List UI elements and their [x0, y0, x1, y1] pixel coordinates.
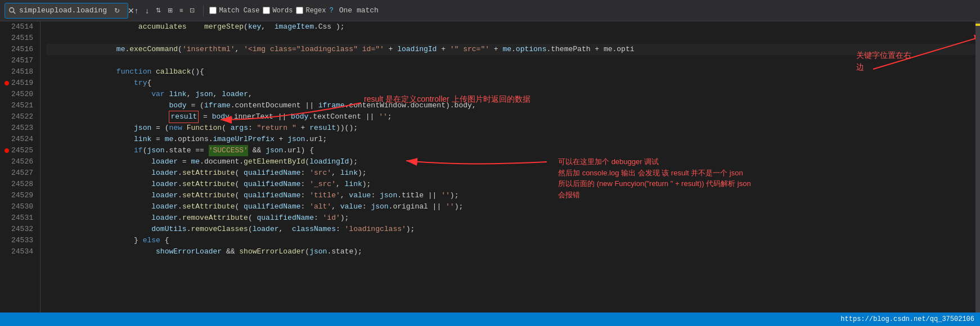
funnel-button[interactable]: ⊡ [187, 6, 197, 15]
regex-checkbox[interactable] [296, 7, 303, 14]
code-line-24527: loader.setAttribute( qualifiedName: 'src… [46, 167, 980, 179]
code-line-24520: var link, json, loader, [46, 89, 980, 100]
regex-option: Regex ? [296, 7, 333, 15]
search-nav-buttons: ↑ ↓ ⇅ ⊞ ≡ ⊡ [132, 5, 197, 16]
ln-24526: 24526 [5, 156, 33, 167]
breakpoint-24525 [5, 148, 9, 153]
ln-24530: 24530 [5, 201, 33, 212]
code-line-24533: } else { [46, 235, 980, 246]
search-input[interactable] [19, 6, 109, 15]
ln-24518: 24518 [5, 66, 33, 78]
code-content[interactable]: accumulates mergeStep(key, imageItem.Css… [41, 21, 980, 313]
ln-24525: 24525 [5, 145, 33, 156]
ln-24520: 24520 [5, 89, 33, 100]
ln-24517: 24517 [5, 55, 33, 66]
code-line-24532: domUtils.removeClasses(loader, className… [46, 224, 980, 235]
code-line-24521: body = (iframe.contentDocument || iframe… [46, 100, 980, 111]
code-area: 24514 24515 24516 24517 24518 24519 2452… [0, 21, 980, 313]
svg-line-1 [14, 11, 16, 13]
line-numbers: 24514 24515 24516 24517 24518 24519 2452… [0, 21, 41, 313]
code-line-24529: loader.setAttribute( qualifiedName: 'tit… [46, 190, 980, 201]
code-line-24531: loader.removeAttribute( qualifiedName: '… [46, 212, 980, 224]
ln-24534: 24534 [5, 246, 33, 257]
ln-24519: 24519 [5, 78, 33, 89]
ln-24528: 24528 [5, 179, 33, 190]
search-input-wrap: ↻ ✕ [5, 3, 128, 19]
code-line-24528: loader.setAttribute( qualifiedName: '_sr… [46, 179, 980, 190]
separator-1 [203, 5, 204, 16]
multiline-button[interactable]: ⊞ [165, 6, 176, 15]
code-line-24523: json = (new Function( args: "return " + … [46, 123, 980, 134]
ln-24515: 24515 [5, 33, 33, 44]
ln-24531: 24531 [5, 212, 33, 224]
svg-point-0 [10, 7, 14, 12]
match-case-option: Match Case [209, 7, 259, 15]
code-line-24534: showErrorLoader && showErrorLoader(json.… [46, 246, 980, 257]
match-case-label[interactable]: Match Case [209, 7, 259, 15]
breakpoint-24519 [5, 81, 9, 85]
status-url[interactable]: https://blog.csdn.net/qq_37502106 [840, 315, 974, 323]
code-line-24515 [46, 33, 980, 44]
prev-match-button[interactable]: ↑ [132, 5, 141, 16]
ln-24516: 24516 [5, 44, 33, 55]
regex-label[interactable]: Regex [296, 7, 326, 15]
ln-24514: 24514 [5, 21, 33, 33]
ln-24521: 24521 [5, 100, 33, 111]
code-line-24530: loader.setAttribute( qualifiedName: 'alt… [46, 201, 980, 212]
refresh-search-button[interactable]: ↻ [112, 6, 122, 16]
code-line-24525: if(json.state == 'SUCCESS' && json.url) … [46, 145, 980, 156]
toggle-replace-button[interactable]: ⇅ [153, 6, 164, 15]
next-match-button[interactable]: ↓ [142, 5, 152, 16]
code-line-24517 [46, 55, 980, 66]
ln-24523: 24523 [5, 123, 33, 134]
ln-24532: 24532 [5, 224, 33, 235]
regex-help-icon[interactable]: ? [329, 7, 333, 15]
ln-24522: 24522 [5, 111, 33, 123]
code-line-24522: result = body.innerText || body.textCont… [46, 111, 980, 123]
filter-button[interactable]: ≡ [177, 6, 186, 15]
ln-24524: 24524 [5, 134, 33, 145]
code-line-24518: function callback(){ [46, 66, 980, 78]
ln-24533: 24533 [5, 235, 33, 246]
words-option: Words [263, 7, 293, 15]
search-bar: ↻ ✕ ↑ ↓ ⇅ ⊞ ≡ ⊡ Match Case Words Regex ?… [0, 0, 980, 21]
match-result: One match [339, 6, 379, 15]
match-case-checkbox[interactable] [209, 7, 217, 14]
words-label[interactable]: Words [263, 7, 293, 15]
ln-24527: 24527 [5, 167, 33, 179]
words-checkbox[interactable] [263, 7, 270, 14]
code-line-24526: loader = me.document.getElementById(load… [46, 156, 980, 167]
code-line-24516: me.execCommand('inserthtml', '<img class… [46, 44, 980, 55]
status-bar: https://blog.csdn.net/qq_37502106 [0, 313, 980, 326]
ln-24529: 24529 [5, 190, 33, 201]
code-line-24514: accumulates mergeStep(key, imageItem.Css… [46, 21, 980, 33]
search-icon [8, 7, 16, 15]
code-line-24524: link = me.options.imageUrlPrefix + json.… [46, 134, 980, 145]
code-line-24519: try{ [46, 78, 980, 89]
